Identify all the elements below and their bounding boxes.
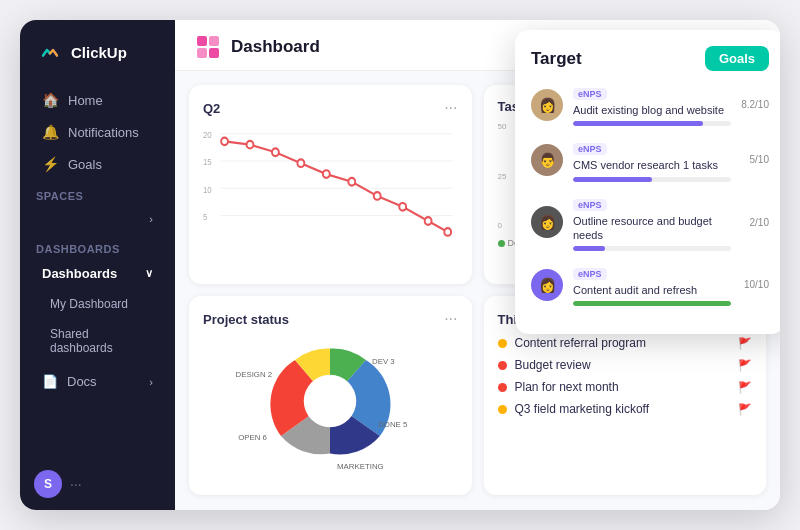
project-status-menu[interactable]: ···	[444, 310, 457, 328]
goal-item-2: 👩 eNPS Outline resource and budget needs…	[531, 194, 769, 252]
svg-point-20	[399, 203, 406, 211]
logo: ClickUp	[20, 38, 175, 84]
svg-point-17	[323, 170, 330, 178]
svg-point-22	[444, 228, 451, 236]
q2-card-header: Q2 ···	[203, 99, 458, 117]
priority-dot-2	[498, 383, 507, 392]
project-status-header: Project status ···	[203, 310, 458, 328]
svg-text:DESIGN 2: DESIGN 2	[236, 370, 273, 379]
svg-text:DEV 3: DEV 3	[372, 357, 395, 366]
goal-name-0: Audit existing blog and website	[573, 103, 731, 117]
app-container: ClickUp 🏠 Home 🔔 Notifications ⚡ Goals S…	[20, 20, 780, 510]
priority-left-2: Plan for next month	[498, 380, 619, 394]
goal-avatar-2: 👩	[531, 206, 563, 238]
svg-point-14	[247, 141, 254, 149]
goal-score-0: 8.2/10	[741, 99, 769, 110]
goal-label-tag-1: eNPS	[573, 143, 607, 155]
sidebar-item-goals[interactable]: ⚡ Goals	[26, 149, 169, 179]
goal-name-1: CMS vendor research 1 tasks	[573, 158, 731, 172]
goals-overlay-card: Target Goals 👩 eNPS Audit existing blog …	[515, 30, 780, 334]
goal-progress-fill-1	[573, 177, 652, 182]
priority-label-3: Q3 field marketing kickoff	[515, 402, 650, 416]
svg-rect-1	[197, 36, 207, 46]
docs-icon: 📄	[42, 374, 58, 389]
spaces-section-label: Spaces	[20, 180, 175, 205]
project-status-title: Project status	[203, 312, 289, 327]
q2-chart: 20 15 10 5	[203, 125, 458, 245]
svg-rect-2	[209, 36, 219, 46]
svg-text:OPEN 6: OPEN 6	[238, 433, 267, 442]
dashboards-chevron-icon: ∨	[145, 267, 153, 280]
svg-rect-4	[209, 48, 219, 58]
svg-rect-3	[197, 48, 207, 58]
user-menu-dots[interactable]: ···	[70, 476, 82, 492]
goal-avatar-0: 👩	[531, 89, 563, 121]
priority-item-2: Plan for next month 🚩	[498, 380, 753, 394]
priority-dot-0	[498, 339, 507, 348]
priority-item-3: Q3 field marketing kickoff 🚩	[498, 402, 753, 416]
main-content: Dashboard Q2 ··· 20 15 10 5	[175, 20, 780, 510]
goal-progress-fill-3	[573, 301, 731, 306]
goal-avatar-3: 👩	[531, 269, 563, 301]
goal-info-3: eNPS Content audit and refresh	[573, 263, 731, 306]
priority-label-2: Plan for next month	[515, 380, 619, 394]
pie-chart-container: DEV 3 DONE 5 MARKETING OPEN 6 DESIGN 2	[203, 336, 458, 466]
docs-chevron-icon: ›	[149, 376, 153, 388]
tasks-y0: 0	[498, 221, 507, 230]
goal-progress-fill-2	[573, 246, 605, 251]
sidebar-item-home[interactable]: 🏠 Home	[26, 85, 169, 115]
logo-text: ClickUp	[71, 44, 127, 61]
home-icon: 🏠	[42, 92, 59, 108]
goal-name-3: Content audit and refresh	[573, 283, 731, 297]
goal-item-0: 👩 eNPS Audit existing blog and website 8…	[531, 83, 769, 126]
goal-score-1: 5/10	[741, 154, 769, 165]
dashboards-section-label: Dashboards	[20, 233, 175, 258]
sidebar-item-docs[interactable]: 📄 Docs ›	[26, 367, 169, 396]
svg-text:MARKETING: MARKETING	[337, 462, 384, 471]
page-title: Dashboard	[231, 37, 320, 57]
priority-list: Content referral program 🚩 Budget review…	[498, 336, 753, 416]
shared-dashboards-label: Shared dashboards	[50, 327, 153, 355]
goal-info-1: eNPS CMS vendor research 1 tasks	[573, 138, 731, 181]
priority-item-0: Content referral program 🚩	[498, 336, 753, 350]
priority-label-0: Content referral program	[515, 336, 646, 350]
sidebar-item-notifications[interactable]: 🔔 Notifications	[26, 117, 169, 147]
goal-label-tag-3: eNPS	[573, 268, 607, 280]
goals-overlay-title: Target	[531, 49, 582, 69]
q2-card-title: Q2	[203, 101, 220, 116]
sidebar: ClickUp 🏠 Home 🔔 Notifications ⚡ Goals S…	[20, 20, 175, 510]
project-status-card: Project status ···	[189, 296, 472, 495]
goal-score-2: 2/10	[741, 217, 769, 228]
svg-point-15	[272, 148, 279, 156]
svg-point-13	[221, 138, 228, 146]
sidebar-user-area: S ···	[20, 458, 175, 510]
goal-progress-bar-0	[573, 121, 731, 126]
docs-label: Docs	[67, 374, 97, 389]
user-avatar[interactable]: S	[34, 470, 62, 498]
goal-info-2: eNPS Outline resource and budget needs	[573, 194, 731, 252]
goal-item-3: 👩 eNPS Content audit and refresh 10/10	[531, 263, 769, 306]
goal-score-3: 10/10	[741, 279, 769, 290]
priority-left-0: Content referral program	[498, 336, 646, 350]
priority-flag-0: 🚩	[738, 337, 752, 350]
sidebar-item-spaces[interactable]: ›	[26, 206, 169, 232]
priority-flag-3: 🚩	[738, 403, 752, 416]
sidebar-item-my-dashboard[interactable]: My Dashboard	[26, 290, 169, 318]
svg-text:15: 15	[203, 157, 212, 168]
q2-card-menu[interactable]: ···	[444, 99, 457, 117]
sidebar-dashboards-header[interactable]: Dashboards ∨	[26, 259, 169, 288]
q2-chart-card: Q2 ··· 20 15 10 5	[189, 85, 472, 284]
bell-icon: 🔔	[42, 124, 59, 140]
sidebar-item-shared-dashboards[interactable]: Shared dashboards	[26, 320, 169, 362]
svg-point-23	[304, 375, 357, 428]
goals-nav-icon: ⚡	[42, 156, 59, 172]
goal-item-1: 👨 eNPS CMS vendor research 1 tasks 5/10	[531, 138, 769, 181]
priority-flag-1: 🚩	[738, 359, 752, 372]
tasks-y50: 50	[498, 122, 507, 131]
goal-progress-bar-1	[573, 177, 731, 182]
goal-info-0: eNPS Audit existing blog and website	[573, 83, 731, 126]
my-dashboard-label: My Dashboard	[50, 297, 128, 311]
goals-overlay-header: Target Goals	[531, 46, 769, 71]
priority-dot-3	[498, 405, 507, 414]
clickup-logo-icon	[36, 38, 64, 66]
